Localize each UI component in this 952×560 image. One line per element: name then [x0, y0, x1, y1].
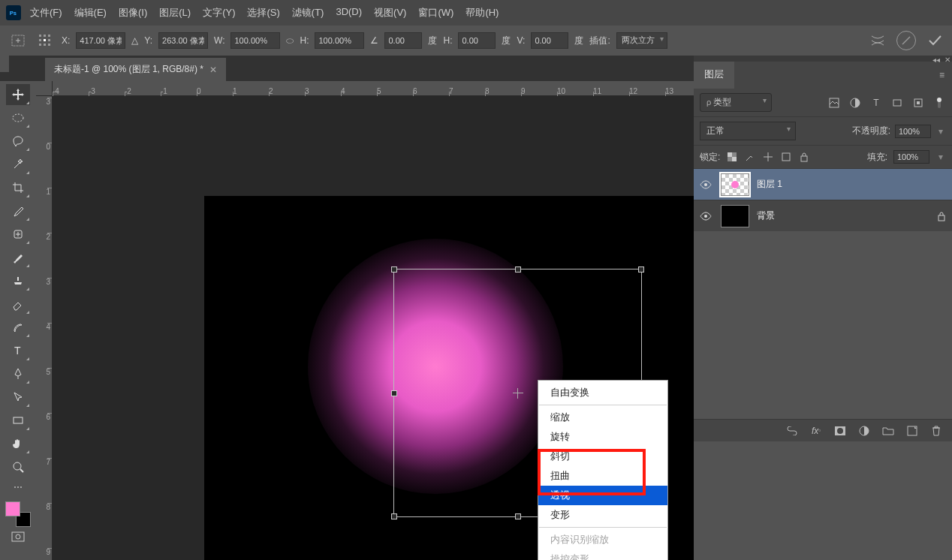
opacity-input[interactable]	[895, 125, 931, 138]
transform-tool-icon[interactable]	[8, 30, 29, 51]
filter-pixel-icon[interactable]	[827, 96, 841, 110]
context-menu-item[interactable]: 旋转	[538, 427, 667, 447]
pen-tool[interactable]	[6, 363, 30, 384]
commit-transform-icon[interactable]	[925, 31, 944, 50]
fill-dropdown-icon[interactable]: ▾	[935, 152, 946, 162]
context-menu-item[interactable]: 缩放	[538, 408, 667, 427]
warp-mode-icon[interactable]	[868, 31, 887, 50]
quick-mask-icon[interactable]	[6, 529, 30, 544]
context-menu-item[interactable]: 扭曲	[538, 466, 667, 486]
clone-stamp-tool[interactable]	[6, 270, 30, 291]
opacity-dropdown-icon[interactable]: ▾	[935, 126, 946, 137]
path-selection-tool[interactable]	[6, 387, 30, 408]
skew-h-input[interactable]	[458, 32, 496, 49]
filter-toggle-switch[interactable]	[932, 96, 946, 110]
filter-smart-icon[interactable]	[911, 96, 925, 110]
eyedropper-tool[interactable]	[6, 200, 30, 221]
new-layer-icon[interactable]	[905, 424, 919, 438]
context-menu-item[interactable]: 斜切	[538, 447, 667, 466]
close-icon[interactable]: ✕	[209, 65, 217, 75]
lasso-tool[interactable]	[6, 131, 30, 152]
lock-image-icon[interactable]	[744, 151, 756, 163]
link-wh-icon[interactable]: ⬭	[286, 35, 294, 46]
visibility-toggle-icon[interactable]	[700, 180, 713, 189]
lock-artboard-icon[interactable]	[780, 151, 792, 163]
h-input[interactable]	[315, 32, 364, 49]
color-swatches[interactable]	[5, 501, 31, 527]
panel-menu-icon[interactable]: ≡	[932, 70, 952, 80]
delete-layer-icon[interactable]	[929, 424, 943, 438]
marquee-tool[interactable]	[6, 107, 30, 128]
interp-dropdown[interactable]: 两次立方	[616, 32, 667, 49]
menu-item[interactable]: 视图(V)	[368, 3, 412, 23]
menu-item[interactable]: 文件(F)	[24, 3, 68, 23]
context-menu-item[interactable]: 透视	[538, 486, 667, 505]
x-input[interactable]	[76, 32, 125, 49]
layer-type-filter[interactable]: ρ 类型	[700, 93, 772, 112]
gradient-tool[interactable]	[6, 317, 30, 338]
menu-item[interactable]: 文字(Y)	[197, 3, 241, 23]
blend-mode-select[interactable]: 正常	[700, 122, 796, 140]
type-tool[interactable]: T	[6, 340, 30, 361]
fill-label: 填充:	[867, 151, 887, 164]
collapse-panels-icon[interactable]: ◂◂	[932, 56, 940, 64]
close-panel-group-icon[interactable]: ✕	[944, 56, 950, 64]
hand-tool[interactable]	[6, 433, 30, 454]
reference-point-icon[interactable]	[35, 30, 56, 51]
y-input[interactable]	[158, 32, 208, 49]
menu-item[interactable]: 编辑(E)	[68, 3, 113, 23]
fx-icon[interactable]: fx▫	[809, 424, 823, 438]
menu-item[interactable]: 窗口(W)	[412, 3, 459, 23]
fill-input[interactable]	[893, 150, 929, 164]
context-menu-item[interactable]: 变形	[538, 505, 667, 525]
w-input[interactable]	[230, 32, 280, 49]
filter-type-icon[interactable]: T	[869, 96, 883, 110]
transform-handle-tl[interactable]	[391, 266, 397, 272]
transform-center-icon[interactable]	[513, 388, 523, 399]
move-tool[interactable]	[6, 84, 30, 105]
collapsed-panel-stub[interactable]	[0, 56, 9, 72]
context-menu-item[interactable]: 自由变换	[538, 383, 667, 402]
layer-thumbnail[interactable]	[721, 205, 749, 227]
menu-item[interactable]: 图像(I)	[113, 3, 153, 23]
transform-handle-bc[interactable]	[515, 513, 521, 519]
document-tab[interactable]: 未标题-1 @ 100% (图层 1, RGB/8#) * ✕	[45, 58, 226, 81]
transform-handle-tr[interactable]	[638, 266, 644, 272]
menu-item[interactable]: 滤镜(T)	[286, 3, 330, 23]
lock-all-icon[interactable]	[798, 151, 810, 163]
link-layers-icon[interactable]	[785, 424, 799, 438]
menu-item[interactable]: 帮助(H)	[459, 3, 505, 23]
menu-item[interactable]: 3D(D)	[330, 3, 368, 23]
layer-row[interactable]: 图层 1	[694, 168, 952, 200]
new-group-icon[interactable]	[881, 424, 895, 438]
layer-thumbnail[interactable]	[721, 173, 749, 196]
brush-tool[interactable]	[6, 247, 30, 268]
zoom-tool[interactable]	[6, 456, 30, 477]
tab-layers[interactable]: 图层	[694, 62, 734, 89]
layer-row[interactable]: 背景	[694, 200, 952, 231]
angle-input[interactable]	[384, 32, 422, 49]
menu-item[interactable]: 图层(L)	[153, 3, 197, 23]
magic-wand-tool[interactable]	[6, 154, 30, 175]
adjustment-layer-icon[interactable]	[857, 424, 871, 438]
transform-handle-tc[interactable]	[515, 266, 521, 272]
add-mask-icon[interactable]	[833, 424, 847, 438]
foreground-color-swatch[interactable]	[5, 501, 20, 516]
lock-transparency-icon[interactable]	[726, 151, 738, 163]
eraser-tool[interactable]	[6, 294, 30, 315]
transform-handle-bl[interactable]	[391, 513, 397, 519]
delta-icon[interactable]: △	[131, 35, 138, 46]
skew-v-input[interactable]	[531, 32, 568, 49]
ruler-tick: 0	[46, 143, 50, 151]
visibility-toggle-icon[interactable]	[700, 212, 713, 221]
transform-handle-ml[interactable]	[391, 390, 397, 396]
rectangle-tool[interactable]	[6, 410, 30, 431]
filter-adjustment-icon[interactable]	[848, 96, 862, 110]
filter-shape-icon[interactable]	[890, 96, 904, 110]
crop-tool[interactable]	[6, 177, 30, 198]
cancel-transform-icon[interactable]	[896, 31, 916, 50]
healing-brush-tool[interactable]	[6, 224, 30, 245]
edit-toolbar-icon[interactable]: ⋯	[6, 480, 30, 495]
menu-item[interactable]: 选择(S)	[241, 3, 285, 23]
lock-position-icon[interactable]	[762, 151, 774, 163]
